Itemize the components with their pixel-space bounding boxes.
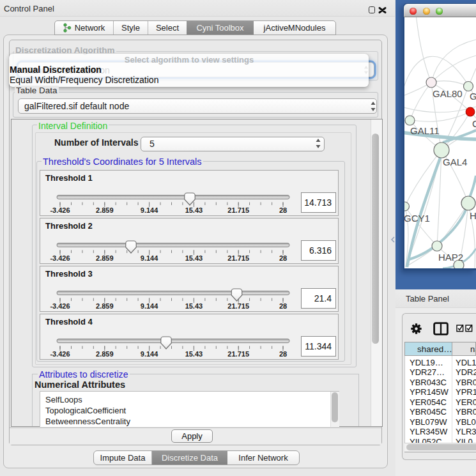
- svg-text:15.43: 15.43: [185, 254, 203, 262]
- svg-text:CY: CY: [472, 118, 476, 129]
- svg-text:-3.426: -3.426: [50, 206, 70, 214]
- svg-text:GAL4: GAL4: [443, 157, 467, 167]
- svg-text:9.144: 9.144: [141, 254, 158, 262]
- svg-text:15.43: 15.43: [185, 302, 203, 310]
- svg-text:21.715: 21.715: [227, 254, 249, 262]
- svg-text:28: 28: [279, 254, 287, 262]
- svg-text:-3.426: -3.426: [50, 254, 70, 262]
- svg-text:-3.426: -3.426: [50, 350, 70, 358]
- svg-text:9.144: 9.144: [141, 302, 158, 310]
- svg-text:GAL11: GAL11: [410, 125, 440, 136]
- svg-text:-3.426: -3.426: [50, 302, 70, 310]
- svg-text:28: 28: [279, 206, 287, 214]
- svg-text:2.859: 2.859: [96, 350, 114, 358]
- svg-text:HI: HI: [470, 210, 476, 221]
- svg-text:2.859: 2.859: [96, 254, 114, 262]
- svg-text:15.43: 15.43: [185, 350, 203, 358]
- svg-text:28: 28: [279, 350, 287, 358]
- svg-text:21.715: 21.715: [227, 350, 249, 358]
- svg-text:21.715: 21.715: [227, 302, 249, 310]
- svg-text:21.715: 21.715: [227, 206, 249, 214]
- svg-text:28: 28: [279, 302, 287, 310]
- svg-text:2.859: 2.859: [96, 206, 114, 214]
- svg-text:GA: GA: [470, 91, 476, 102]
- svg-text:GCY1: GCY1: [404, 213, 430, 224]
- svg-text:9.144: 9.144: [141, 206, 158, 214]
- svg-text:9.144: 9.144: [141, 350, 158, 358]
- svg-text:GAL80: GAL80: [433, 88, 463, 99]
- svg-text:2.859: 2.859: [96, 302, 114, 310]
- svg-text:HAP2: HAP2: [438, 252, 463, 263]
- svg-text:15.43: 15.43: [185, 206, 203, 214]
